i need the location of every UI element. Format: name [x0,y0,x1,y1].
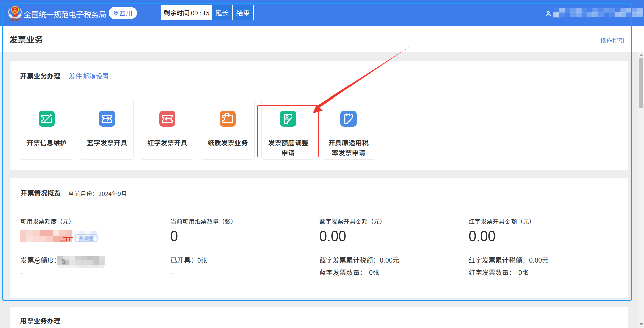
svg-text:中国税务: 中国税务 [9,17,21,21]
